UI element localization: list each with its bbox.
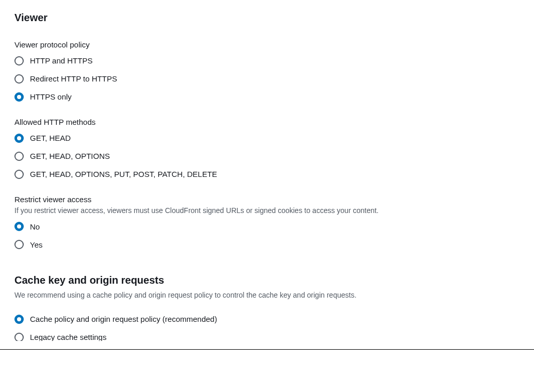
radio-restrict-no[interactable]: No [14,221,520,232]
radio-cache-policy-recommended[interactable]: Cache policy and origin request policy (… [14,314,520,324]
radio-restrict-yes[interactable]: Yes [14,239,520,250]
radio-label: GET, HEAD [30,133,71,143]
restrict-viewer-access-helper: If you restrict viewer access, viewers m… [14,206,520,216]
radio-get-head-options-put-post-patch-delete[interactable]: GET, HEAD, OPTIONS, PUT, POST, PATCH, DE… [14,169,520,179]
radio-label: No [30,221,40,232]
radio-icon [14,170,24,179]
bottom-border [0,349,534,350]
radio-get-head[interactable]: GET, HEAD [14,133,520,143]
cache-key-heading: Cache key and origin requests [14,273,520,287]
radio-get-head-options[interactable]: GET, HEAD, OPTIONS [14,151,520,161]
radio-label: GET, HEAD, OPTIONS, PUT, POST, PATCH, DE… [30,169,217,179]
radio-redirect-http-to-https[interactable]: Redirect HTTP to HTTPS [14,73,520,84]
radio-label: Redirect HTTP to HTTPS [30,73,117,84]
allowed-http-methods-group: GET, HEAD GET, HEAD, OPTIONS GET, HEAD, … [14,133,520,179]
viewer-protocol-policy-group: HTTP and HTTPS Redirect HTTP to HTTPS HT… [14,55,520,102]
restrict-viewer-access-label: Restrict viewer access [14,194,520,205]
radio-label: HTTP and HTTPS [30,55,92,66]
radio-icon [14,134,24,143]
radio-icon [14,240,24,249]
radio-icon [14,333,24,341]
radio-label: Cache policy and origin request policy (… [30,314,217,324]
radio-icon [14,152,24,161]
radio-http-and-https[interactable]: HTTP and HTTPS [14,55,520,66]
restrict-viewer-access-group: No Yes [14,221,520,250]
viewer-heading: Viewer [14,10,520,25]
radio-icon [14,56,24,66]
radio-label: Yes [30,239,42,250]
radio-label: HTTPS only [30,91,72,102]
radio-icon [14,222,24,231]
cache-key-subtext: We recommend using a cache policy and or… [14,290,520,301]
radio-icon [14,315,24,324]
radio-label: GET, HEAD, OPTIONS [30,151,110,161]
radio-icon [14,92,24,102]
radio-https-only[interactable]: HTTPS only [14,91,520,102]
radio-label: Legacy cache settings [30,332,106,341]
radio-icon [14,74,24,84]
viewer-protocol-policy-label: Viewer protocol policy [14,39,520,50]
allowed-http-methods-label: Allowed HTTP methods [14,117,520,127]
radio-legacy-cache-settings[interactable]: Legacy cache settings [14,332,520,341]
cache-key-policy-group: Cache policy and origin request policy (… [14,314,520,341]
